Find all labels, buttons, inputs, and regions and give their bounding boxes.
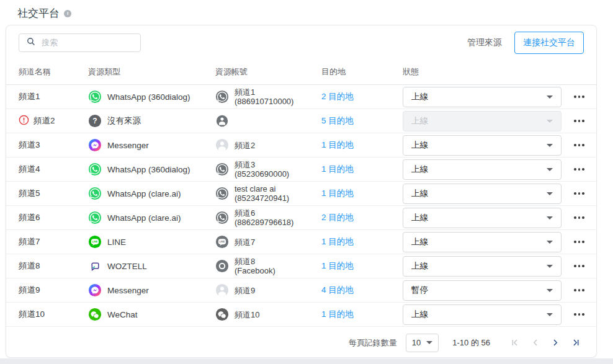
status-select[interactable]: 暫停 <box>403 280 562 301</box>
whatsapp-icon <box>88 211 102 224</box>
status-select[interactable]: 上線 <box>403 159 562 180</box>
resource-account-name: test clare ai <box>235 184 289 193</box>
whatsapp-icon <box>88 187 102 200</box>
row-actions-ellipsis-icon[interactable] <box>570 164 588 174</box>
search-box[interactable] <box>19 33 141 52</box>
messenger-icon <box>88 283 102 297</box>
resource-account-name: 頻道8 <box>235 257 275 266</box>
per-page-value: 10 <box>412 338 421 347</box>
page-title: 社交平台 <box>17 6 60 20</box>
resource-type-label: WhatsApp (clare.ai) <box>107 189 181 198</box>
status-value: 上線 <box>411 212 428 223</box>
row-actions-ellipsis-icon[interactable] <box>570 309 588 319</box>
destination-link[interactable]: 1 目的地 <box>321 309 354 319</box>
chevron-down-icon <box>547 168 553 171</box>
no-source-icon: ? <box>88 114 102 128</box>
pagination-range-label: 1-10 的 56 <box>452 337 490 348</box>
woztell-icon <box>88 259 102 273</box>
avatar-light-icon <box>215 283 229 297</box>
info-icon[interactable]: i <box>64 10 71 17</box>
destination-link[interactable]: 2 目的地 <box>321 92 354 101</box>
destination-link[interactable]: 1 目的地 <box>321 237 354 246</box>
table-row: 頻道2 ? 沒有來源 5 目的地 上線 <box>6 109 596 133</box>
destination-link[interactable]: 1 目的地 <box>321 189 354 198</box>
chevron-down-icon <box>547 95 553 99</box>
resource-account-name: 頻道10 <box>235 310 259 319</box>
status-select[interactable]: 上線 <box>403 208 562 228</box>
status-select[interactable]: 上線 <box>403 256 562 277</box>
status-value: 上線 <box>411 236 428 247</box>
chevron-down-icon <box>547 313 553 316</box>
row-actions-ellipsis-icon[interactable] <box>570 213 588 223</box>
resource-account-name: 頻道1 <box>235 87 293 97</box>
destination-link[interactable]: 2 目的地 <box>321 213 354 222</box>
line-icon: LINE <box>88 235 102 249</box>
status-select[interactable]: 上線 <box>403 87 562 107</box>
line-gray-icon: LINE <box>215 235 229 249</box>
chevron-down-icon <box>547 192 553 195</box>
row-actions-ellipsis-icon[interactable] <box>570 285 588 295</box>
destination-link[interactable]: 1 目的地 <box>321 261 354 270</box>
social-platform-card: 管理來源 連接社交平台 頻道名稱 資源類型 資源帳號 目的地 狀態 頻道1 Wh… <box>6 25 597 358</box>
whatsapp-icon <box>88 162 102 176</box>
resource-account-id: (886289796618) <box>235 218 293 227</box>
column-header-status: 狀態 <box>403 66 562 78</box>
search-input[interactable] <box>42 38 133 47</box>
row-actions-ellipsis-icon[interactable] <box>570 189 588 198</box>
table-body: 頻道1 WhatsApp (360dialog) 頻道1 (8869107100… <box>6 85 596 327</box>
status-select[interactable]: 上線 <box>403 304 562 325</box>
prev-page-icon <box>527 335 543 351</box>
resource-type-label: WhatsApp (360dialog) <box>107 165 190 174</box>
resource-account-name: 頻道9 <box>235 286 255 295</box>
resource-account-name: 頻道2 <box>235 141 255 150</box>
chevron-down-icon <box>547 289 553 292</box>
destination-link[interactable]: 1 目的地 <box>321 140 354 149</box>
status-select[interactable]: 上線 <box>403 184 562 204</box>
destination-link[interactable]: 1 目的地 <box>321 164 354 174</box>
channel-name: 頻道2 <box>34 115 55 127</box>
row-actions-ellipsis-icon[interactable] <box>570 116 588 126</box>
status-select[interactable]: 上線 <box>403 111 562 131</box>
page-bottom-strip <box>0 358 613 364</box>
channel-name: 頻道1 <box>19 91 40 102</box>
status-value: 上線 <box>411 164 428 175</box>
resource-account-id: (85234720941) <box>235 193 289 203</box>
page-header: 社交平台 i <box>17 6 71 20</box>
channel-name: 頻道6 <box>19 212 40 223</box>
last-page-icon[interactable] <box>568 335 584 351</box>
connect-platform-button[interactable]: 連接社交平台 <box>514 32 584 54</box>
person-dark-icon <box>215 114 229 128</box>
resource-type-label: LINE <box>107 237 126 247</box>
next-page-icon[interactable] <box>547 335 563 351</box>
avatar-light-icon <box>215 138 229 152</box>
status-value: 上線 <box>411 140 428 151</box>
chevron-down-icon <box>547 216 553 220</box>
destination-link[interactable]: 4 目的地 <box>321 285 354 295</box>
status-select[interactable]: 上線 <box>403 135 562 156</box>
per-page-label: 每頁記錄數量 <box>349 337 397 348</box>
toolbar: 管理來源 連接社交平台 <box>6 25 596 60</box>
resource-type-label: Messenger <box>107 141 149 150</box>
table-row: 頻道1 WhatsApp (360dialog) 頻道1 (8869107100… <box>6 85 596 109</box>
resource-type-label: WeChat <box>107 310 138 319</box>
svg-text:LINE: LINE <box>220 241 225 243</box>
channel-name: 頻道3 <box>19 140 40 151</box>
chevron-down-icon <box>547 265 553 268</box>
column-header-resource-account: 資源帳號 <box>215 66 321 78</box>
channel-name: 頻道5 <box>19 188 40 199</box>
row-actions-ellipsis-icon[interactable] <box>570 92 588 102</box>
svg-text:?: ? <box>92 117 97 125</box>
status-select[interactable]: 上線 <box>403 232 562 252</box>
table-row: 頻道4 WhatsApp (360dialog) 頻道3 (8523069000… <box>6 158 596 182</box>
manage-sources-button[interactable]: 管理來源 <box>467 37 502 48</box>
resource-account-name: 頻道3 <box>235 160 289 169</box>
per-page-select[interactable]: 10 <box>406 334 439 352</box>
row-actions-ellipsis-icon[interactable] <box>570 140 588 150</box>
column-header-destination: 目的地 <box>321 66 403 78</box>
resource-account-name: 頻道6 <box>235 208 293 218</box>
table-row: 頻道3 Messenger 頻道2 1 目的地 上線 <box>6 133 596 158</box>
row-actions-ellipsis-icon[interactable] <box>570 237 588 247</box>
destination-link[interactable]: 5 目的地 <box>321 116 354 125</box>
row-actions-ellipsis-icon[interactable] <box>570 261 588 271</box>
chevron-down-icon <box>547 144 553 147</box>
